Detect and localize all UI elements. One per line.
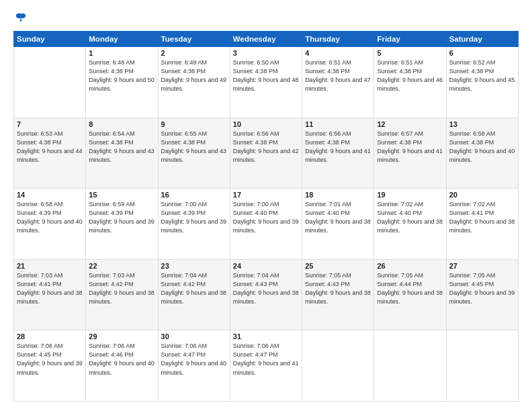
day-number: 2	[161, 49, 227, 57]
cell-info: Sunrise: 7:05 AMSunset: 4:44 PMDaylight:…	[377, 271, 443, 306]
calendar-cell: 8Sunrise: 6:54 AMSunset: 4:38 PMDaylight…	[86, 118, 158, 189]
day-number: 8	[89, 120, 154, 128]
cell-info: Sunrise: 6:58 AMSunset: 4:38 PMDaylight:…	[449, 130, 515, 165]
day-number: 25	[305, 262, 371, 270]
calendar-cell: 16Sunrise: 7:00 AMSunset: 4:39 PMDayligh…	[158, 189, 230, 260]
cell-info: Sunrise: 7:02 AMSunset: 4:41 PMDaylight:…	[449, 200, 515, 235]
day-number: 26	[377, 262, 443, 270]
day-number: 12	[377, 120, 443, 128]
cell-info: Sunrise: 7:06 AMSunset: 4:47 PMDaylight:…	[161, 342, 227, 377]
cell-info: Sunrise: 6:58 AMSunset: 4:39 PMDaylight:…	[17, 200, 83, 235]
week-row-4: 21Sunrise: 7:03 AMSunset: 4:41 PMDayligh…	[14, 259, 519, 330]
calendar-cell	[446, 330, 518, 402]
calendar-cell: 3Sunrise: 6:50 AMSunset: 4:38 PMDaylight…	[230, 47, 302, 118]
cell-info: Sunrise: 6:56 AMSunset: 4:38 PMDaylight:…	[305, 130, 371, 165]
day-number: 28	[17, 332, 83, 340]
day-number: 30	[161, 332, 227, 340]
cell-info: Sunrise: 6:49 AMSunset: 4:38 PMDaylight:…	[161, 58, 227, 93]
cell-info: Sunrise: 6:57 AMSunset: 4:38 PMDaylight:…	[377, 130, 443, 165]
cell-info: Sunrise: 7:00 AMSunset: 4:40 PMDaylight:…	[233, 200, 299, 235]
calendar-table: SundayMondayTuesdayWednesdayThursdayFrid…	[13, 31, 519, 402]
cell-info: Sunrise: 6:50 AMSunset: 4:38 PMDaylight:…	[233, 58, 299, 93]
calendar-cell: 9Sunrise: 6:55 AMSunset: 4:38 PMDaylight…	[158, 118, 230, 189]
calendar-cell: 13Sunrise: 6:58 AMSunset: 4:38 PMDayligh…	[446, 118, 518, 189]
calendar-cell: 18Sunrise: 7:01 AMSunset: 4:40 PMDayligh…	[302, 189, 374, 260]
calendar-cell: 1Sunrise: 6:48 AMSunset: 4:38 PMDaylight…	[86, 47, 158, 118]
week-row-1: 1Sunrise: 6:48 AMSunset: 4:38 PMDaylight…	[14, 47, 519, 118]
calendar-cell: 2Sunrise: 6:49 AMSunset: 4:38 PMDaylight…	[158, 47, 230, 118]
cell-info: Sunrise: 7:03 AMSunset: 4:42 PMDaylight:…	[89, 271, 154, 306]
weekday-header-tuesday: Tuesday	[158, 32, 230, 47]
cell-info: Sunrise: 7:06 AMSunset: 4:46 PMDaylight:…	[89, 342, 154, 377]
day-number: 21	[17, 262, 83, 270]
week-row-3: 14Sunrise: 6:58 AMSunset: 4:39 PMDayligh…	[14, 189, 519, 260]
cell-info: Sunrise: 7:02 AMSunset: 4:40 PMDaylight:…	[377, 200, 443, 235]
cell-info: Sunrise: 7:04 AMSunset: 4:43 PMDaylight:…	[233, 271, 299, 306]
day-number: 1	[89, 49, 154, 57]
calendar-cell: 21Sunrise: 7:03 AMSunset: 4:41 PMDayligh…	[14, 259, 86, 330]
calendar-cell: 24Sunrise: 7:04 AMSunset: 4:43 PMDayligh…	[230, 259, 302, 330]
day-number: 18	[305, 191, 371, 199]
day-number: 9	[161, 120, 227, 128]
cell-info: Sunrise: 7:05 AMSunset: 4:45 PMDaylight:…	[449, 271, 515, 306]
day-number: 31	[233, 332, 299, 340]
calendar-cell	[302, 330, 374, 402]
calendar-cell: 19Sunrise: 7:02 AMSunset: 4:40 PMDayligh…	[374, 189, 446, 260]
weekday-header-monday: Monday	[86, 32, 158, 47]
weekday-header-wednesday: Wednesday	[230, 32, 302, 47]
calendar-cell: 22Sunrise: 7:03 AMSunset: 4:42 PMDayligh…	[86, 259, 158, 330]
calendar-cell: 17Sunrise: 7:00 AMSunset: 4:40 PMDayligh…	[230, 189, 302, 260]
day-number: 20	[449, 191, 515, 199]
cell-info: Sunrise: 6:51 AMSunset: 4:38 PMDaylight:…	[305, 58, 371, 93]
day-number: 24	[233, 262, 299, 270]
cell-info: Sunrise: 7:06 AMSunset: 4:45 PMDaylight:…	[17, 342, 83, 377]
cell-info: Sunrise: 6:56 AMSunset: 4:38 PMDaylight:…	[233, 130, 299, 165]
calendar-cell: 11Sunrise: 6:56 AMSunset: 4:38 PMDayligh…	[302, 118, 374, 189]
day-number: 27	[449, 262, 515, 270]
cell-info: Sunrise: 7:06 AMSunset: 4:47 PMDaylight:…	[233, 342, 299, 377]
logo	[13, 12, 27, 24]
logo-bird-icon	[15, 12, 27, 24]
weekday-header-sunday: Sunday	[14, 32, 86, 47]
day-number: 19	[377, 191, 443, 199]
day-number: 5	[377, 49, 443, 57]
calendar-cell: 5Sunrise: 6:51 AMSunset: 4:38 PMDaylight…	[374, 47, 446, 118]
calendar-cell: 27Sunrise: 7:05 AMSunset: 4:45 PMDayligh…	[446, 259, 518, 330]
cell-info: Sunrise: 7:05 AMSunset: 4:43 PMDaylight:…	[305, 271, 371, 306]
calendar-cell: 6Sunrise: 6:52 AMSunset: 4:38 PMDaylight…	[446, 47, 518, 118]
calendar-cell: 15Sunrise: 6:59 AMSunset: 4:39 PMDayligh…	[86, 189, 158, 260]
cell-info: Sunrise: 6:48 AMSunset: 4:38 PMDaylight:…	[89, 58, 154, 93]
calendar-cell: 7Sunrise: 6:53 AMSunset: 4:38 PMDaylight…	[14, 118, 86, 189]
calendar-cell: 30Sunrise: 7:06 AMSunset: 4:47 PMDayligh…	[158, 330, 230, 402]
day-number: 17	[233, 191, 299, 199]
calendar-cell: 20Sunrise: 7:02 AMSunset: 4:41 PMDayligh…	[446, 189, 518, 260]
cell-info: Sunrise: 6:55 AMSunset: 4:38 PMDaylight:…	[161, 130, 227, 165]
cell-info: Sunrise: 6:54 AMSunset: 4:38 PMDaylight:…	[89, 130, 154, 165]
calendar-cell: 25Sunrise: 7:05 AMSunset: 4:43 PMDayligh…	[302, 259, 374, 330]
calendar-page: SundayMondayTuesdayWednesdayThursdayFrid…	[0, 0, 532, 411]
day-number: 4	[305, 49, 371, 57]
week-row-5: 28Sunrise: 7:06 AMSunset: 4:45 PMDayligh…	[14, 330, 519, 402]
cell-info: Sunrise: 6:52 AMSunset: 4:38 PMDaylight:…	[449, 58, 515, 93]
calendar-cell: 23Sunrise: 7:04 AMSunset: 4:42 PMDayligh…	[158, 259, 230, 330]
day-number: 15	[89, 191, 154, 199]
weekday-header-friday: Friday	[374, 32, 446, 47]
calendar-cell: 10Sunrise: 6:56 AMSunset: 4:38 PMDayligh…	[230, 118, 302, 189]
day-number: 7	[17, 120, 83, 128]
cell-info: Sunrise: 7:01 AMSunset: 4:40 PMDaylight:…	[305, 200, 371, 235]
day-number: 10	[233, 120, 299, 128]
calendar-cell: 31Sunrise: 7:06 AMSunset: 4:47 PMDayligh…	[230, 330, 302, 402]
day-number: 3	[233, 49, 299, 57]
calendar-cell: 12Sunrise: 6:57 AMSunset: 4:38 PMDayligh…	[374, 118, 446, 189]
day-number: 14	[17, 191, 83, 199]
cell-info: Sunrise: 7:00 AMSunset: 4:39 PMDaylight:…	[161, 200, 227, 235]
day-number: 23	[161, 262, 227, 270]
day-number: 29	[89, 332, 154, 340]
calendar-cell: 14Sunrise: 6:58 AMSunset: 4:39 PMDayligh…	[14, 189, 86, 260]
day-number: 16	[161, 191, 227, 199]
weekday-header-thursday: Thursday	[302, 32, 374, 47]
cell-info: Sunrise: 6:53 AMSunset: 4:38 PMDaylight:…	[17, 130, 83, 165]
cell-info: Sunrise: 7:04 AMSunset: 4:42 PMDaylight:…	[161, 271, 227, 306]
calendar-cell: 4Sunrise: 6:51 AMSunset: 4:38 PMDaylight…	[302, 47, 374, 118]
calendar-cell	[14, 47, 86, 118]
